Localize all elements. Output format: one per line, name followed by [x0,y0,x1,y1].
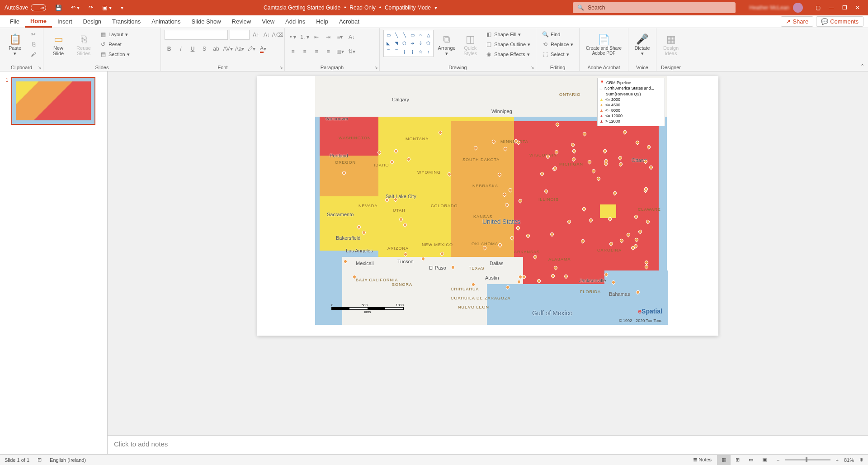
create-pdf-button[interactable]: 📄Create and Share Adobe PDF [583,30,624,60]
font-name-input[interactable] [165,30,228,40]
zoom-level[interactable]: 81% [844,457,854,463]
tab-insert[interactable]: Insert [52,16,78,27]
shadow-icon[interactable]: S [200,44,209,53]
shape-fill-button[interactable]: ◧Shape Fill ▾ [483,30,532,39]
dictate-button[interactable]: 🎤Dictate▾ [632,30,652,60]
reset-button[interactable]: ↺Reset [98,40,132,49]
autosave-switch[interactable]: Off [31,4,46,11]
tab-view[interactable]: View [256,16,280,27]
tab-addins[interactable]: Add-ins [280,16,311,27]
user-account[interactable]: Heather McLean [745,3,807,13]
bullets-icon[interactable]: • ▾ [288,33,297,42]
zoom-out-icon[interactable]: − [777,457,779,463]
highlight-icon[interactable]: 🖍▾ [247,44,256,53]
align-right-icon[interactable]: ≡ [312,47,321,56]
increase-font-icon[interactable]: A↑ [251,30,260,39]
title-dropdown-icon[interactable]: ▾ [434,5,437,11]
shapes-gallery[interactable]: ▭╲╲▭○△ ◣◥⬡➜⇩⬠ ⌒⌒{}☆↕ [383,30,434,57]
copy-icon[interactable]: ⎘ [29,40,38,49]
collapse-ribbon-icon[interactable]: ⌃ [860,63,864,69]
comments-button[interactable]: 💬Comments [816,16,863,27]
layout-button[interactable]: ▦Layout ▾ [98,30,132,39]
bucket-pin-icon: ▲ [599,103,604,107]
underline-icon[interactable]: U [188,44,197,53]
slide-1[interactable]: CalgaryWinnipegVancouverPortlandSalt Lak… [257,76,718,336]
tab-file[interactable]: File [5,16,25,27]
find-button[interactable]: 🔍Find [540,30,575,39]
state-label: KANSAS [473,214,493,219]
quick-styles-button[interactable]: ◫Quick Styles [460,30,481,60]
zoom-slider[interactable] [785,459,830,460]
shape-outline-button[interactable]: ◫Shape Outline ▾ [483,40,532,49]
tab-design[interactable]: Design [78,16,107,27]
tab-home[interactable]: Home [25,16,52,28]
paste-button[interactable]: 📋Paste▾ [4,30,26,60]
section-button[interactable]: ▤Section ▾ [98,50,132,59]
tab-slideshow[interactable]: Slide Show [186,16,226,27]
zoom-in-icon[interactable]: + [836,457,839,463]
reuse-slides-button[interactable]: ⎘Reuse Slides [72,30,95,60]
change-case-icon[interactable]: Aa▾ [235,44,244,53]
char-spacing-icon[interactable]: AV▾ [223,44,232,53]
maximize-icon[interactable]: ❐ [842,5,847,11]
tab-animations[interactable]: Animations [146,16,186,27]
close-icon[interactable]: ✕ [855,5,860,11]
cut-icon[interactable]: ✂ [29,30,38,39]
increase-indent-icon[interactable]: ⇥ [324,33,333,42]
arrange-button[interactable]: ⧉Arrange▾ [436,30,457,60]
font-size-input[interactable] [230,30,250,40]
clipboard-launcher-icon[interactable]: ↘ [38,65,42,70]
sorter-view-icon[interactable]: ⊞ [731,455,744,465]
sort-icon[interactable]: A↓ [347,33,356,42]
decrease-font-icon[interactable]: A↓ [262,30,271,39]
present-icon[interactable]: ▣ ▾ [102,5,111,11]
slide-canvas[interactable]: CalgaryWinnipegVancouverPortlandSalt Lak… [108,71,868,435]
autosave-toggle[interactable]: AutoSave Off [0,4,51,11]
text-direction-icon[interactable]: ⇅▾ [347,47,356,56]
drawing-launcher-icon[interactable]: ↘ [531,65,534,70]
search-box[interactable]: 🔍 Search [573,2,736,13]
undo-icon[interactable]: ↶ ▾ [71,5,80,11]
notes-toggle[interactable]: ≣ Notes [693,457,712,463]
tab-help[interactable]: Help [311,16,334,27]
fit-window-icon[interactable]: ⊕ [859,457,863,463]
replace-button[interactable]: ⟲Replace ▾ [540,40,575,49]
qat-more-icon[interactable]: ▾ [121,5,123,11]
italic-icon[interactable]: I [176,44,185,53]
numbering-icon[interactable]: 1. ▾ [300,33,309,42]
justify-icon[interactable]: ≡ [324,47,333,56]
minimize-icon[interactable]: — [829,5,834,11]
accessibility-icon[interactable]: ⊡ [38,457,42,463]
design-ideas-button[interactable]: ▦Design Ideas [660,30,682,60]
columns-icon[interactable]: ▥▾ [335,47,344,56]
save-icon[interactable]: 💾 [55,5,62,11]
font-color-icon[interactable]: A▾ [259,44,268,53]
reading-view-icon[interactable]: ▭ [744,455,758,465]
paragraph-launcher-icon[interactable]: ↘ [374,65,378,70]
slide-thumbnail-1[interactable] [11,77,95,125]
share-button[interactable]: ↗Share [781,16,813,27]
ribbon-display-icon[interactable]: ▢ [816,5,821,11]
tab-acrobat[interactable]: Acrobat [334,16,365,27]
slideshow-view-icon[interactable]: ▣ [758,455,771,465]
new-slide-button[interactable]: ▭New Slide [47,30,70,60]
bold-icon[interactable]: B [165,44,174,53]
tab-review[interactable]: Review [226,16,257,27]
format-painter-icon[interactable]: 🖌 [29,50,38,59]
font-launcher-icon[interactable]: ↘ [279,65,283,70]
strike-icon[interactable]: ab [212,44,221,53]
redo-icon[interactable]: ↷ [89,5,93,11]
decrease-indent-icon[interactable]: ⇤ [312,33,321,42]
tab-transitions[interactable]: Transitions [107,16,146,27]
state-label: COLORADO [431,204,458,208]
normal-view-icon[interactable]: ▦ [717,455,731,465]
language-status[interactable]: English (Ireland) [50,457,86,463]
slide-counter[interactable]: Slide 1 of 1 [5,457,29,463]
shape-effects-button[interactable]: ◉Shape Effects ▾ [483,50,532,59]
align-left-icon[interactable]: ≡ [288,47,297,56]
align-center-icon[interactable]: ≡ [300,47,309,56]
notes-pane[interactable]: Click to add notes [108,435,868,454]
clear-format-icon[interactable]: A⌫ [273,30,282,39]
select-button[interactable]: ⬚Select ▾ [540,50,575,59]
line-spacing-icon[interactable]: ≡▾ [335,33,344,42]
